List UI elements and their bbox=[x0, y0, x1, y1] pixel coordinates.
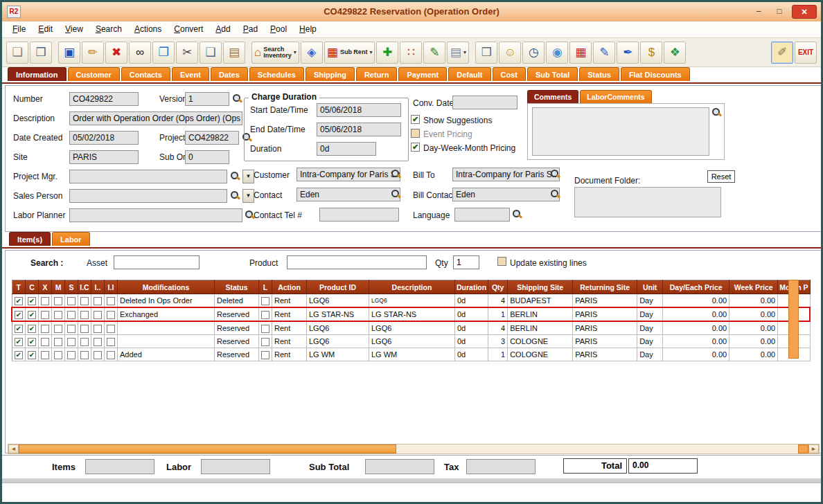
end-date-field[interactable]: 05/06/2018 bbox=[317, 123, 401, 136]
cell-cb7[interactable] bbox=[105, 307, 118, 321]
cell-cb6[interactable] bbox=[91, 294, 105, 308]
minimize-button[interactable]: – bbox=[749, 6, 768, 19]
unchecked-checkbox[interactable] bbox=[94, 297, 102, 305]
cell-cb5[interactable] bbox=[78, 307, 91, 321]
sales-person-search-icon[interactable] bbox=[230, 190, 240, 201]
table-row[interactable]: ✔✔ReservedRentLGQ6LGQ60d3COLOGNEPARISDay… bbox=[12, 335, 810, 348]
comments-search-icon[interactable] bbox=[711, 107, 722, 118]
save-button[interactable]: ▣ bbox=[58, 42, 80, 64]
checked-checkbox[interactable]: ✔ bbox=[15, 325, 23, 333]
customer-field[interactable]: Intra-Company for Paris Sh bbox=[297, 168, 400, 181]
table-row[interactable]: ✔✔ReservedRentLGQ6LGQ60d4BERLINPARISDay0… bbox=[12, 321, 810, 335]
cell-cb3[interactable] bbox=[52, 307, 65, 321]
sub-orders-field[interactable]: 0 bbox=[185, 150, 229, 164]
horizontal-scrollbar[interactable]: ◄ ► bbox=[8, 444, 820, 454]
project-mgr-search-icon[interactable] bbox=[230, 171, 240, 181]
unchecked-checkbox[interactable] bbox=[80, 325, 89, 333]
tab-customer[interactable]: Customer bbox=[68, 67, 120, 81]
tab-dates[interactable]: Dates bbox=[211, 67, 248, 81]
column-header-action[interactable]: Action bbox=[272, 280, 307, 294]
cell-cb7[interactable] bbox=[105, 294, 118, 308]
checked-checkbox[interactable]: ✔ bbox=[15, 338, 23, 346]
column-header-i[interactable]: I.. bbox=[91, 280, 105, 294]
language-field[interactable] bbox=[454, 208, 510, 222]
product-input[interactable] bbox=[287, 255, 427, 269]
cell-cb2[interactable] bbox=[39, 294, 52, 308]
contact-field[interactable]: Eden bbox=[297, 188, 400, 201]
cell-l[interactable] bbox=[259, 294, 272, 308]
cell-cb2[interactable] bbox=[39, 307, 52, 321]
customer-search-icon[interactable] bbox=[391, 169, 401, 179]
duration-field[interactable]: 0d bbox=[317, 142, 376, 156]
menu-convert[interactable]: Convert bbox=[168, 21, 209, 37]
unchecked-checkbox[interactable] bbox=[41, 311, 49, 319]
unchecked-checkbox[interactable] bbox=[94, 338, 102, 346]
project-mgr-dropdown-icon[interactable]: ▼ bbox=[242, 170, 254, 183]
kit-button[interactable]: ∷ bbox=[400, 42, 422, 64]
contact-tel-field[interactable] bbox=[319, 208, 399, 222]
cell-cb3[interactable] bbox=[52, 321, 65, 335]
description-field[interactable]: Order with Operation Order (Ops Order) (… bbox=[69, 111, 242, 125]
cell-cb1[interactable]: ✔ bbox=[26, 348, 39, 361]
project-field[interactable]: CO429822 bbox=[185, 131, 239, 145]
close-button[interactable]: ✕ bbox=[792, 5, 817, 19]
qty-input[interactable] bbox=[453, 255, 479, 269]
update-existing-lines-checkbox[interactable] bbox=[497, 257, 506, 266]
wand-button[interactable]: ✐ bbox=[771, 42, 793, 64]
tab-sub-total[interactable]: Sub Total bbox=[527, 67, 578, 81]
tab-cost[interactable]: Cost bbox=[493, 67, 526, 81]
smiley-button[interactable]: ☺ bbox=[499, 42, 521, 64]
unchecked-checkbox[interactable] bbox=[80, 351, 89, 359]
cards-button[interactable]: ▤▾ bbox=[447, 42, 469, 64]
column-header-i-c[interactable]: I.C bbox=[78, 280, 91, 294]
column-header-week-price[interactable]: Week Price bbox=[729, 280, 778, 294]
tab-labor-comments[interactable]: LaborComments bbox=[580, 90, 651, 103]
edit-button[interactable]: ✏ bbox=[82, 42, 104, 64]
checked-checkbox[interactable]: ✔ bbox=[15, 351, 23, 359]
sub-rent-button-dropdown-icon[interactable]: ▾ bbox=[369, 49, 372, 55]
unchecked-checkbox[interactable] bbox=[107, 297, 115, 305]
bill-contact-field[interactable]: Eden bbox=[452, 188, 560, 201]
number-field[interactable]: CO429822 bbox=[69, 92, 139, 106]
unchecked-checkbox[interactable] bbox=[67, 325, 76, 333]
unchecked-checkbox[interactable] bbox=[94, 325, 102, 333]
unchecked-checkbox[interactable] bbox=[80, 311, 89, 319]
cell-cb1[interactable]: ✔ bbox=[26, 307, 39, 321]
contact-search-icon[interactable] bbox=[391, 189, 401, 199]
version-search-icon[interactable] bbox=[232, 93, 242, 104]
cards-button-dropdown-icon[interactable]: ▾ bbox=[463, 49, 466, 55]
column-header-returning-site[interactable]: Returning Site bbox=[573, 280, 637, 294]
disc-button[interactable]: ◉ bbox=[546, 42, 568, 64]
cell-cb4[interactable] bbox=[65, 294, 78, 308]
unchecked-checkbox[interactable] bbox=[54, 338, 62, 346]
unchecked-checkbox[interactable] bbox=[67, 297, 76, 305]
cell-cb3[interactable] bbox=[52, 348, 65, 361]
document-folder-box[interactable] bbox=[574, 187, 721, 217]
table-row[interactable]: ✔✔AddedReservedRentLG WMLG WM0d1COLOGNEP… bbox=[12, 348, 810, 361]
cell-cb0[interactable]: ✔ bbox=[12, 335, 26, 348]
unchecked-checkbox[interactable] bbox=[107, 351, 115, 359]
tab-contacts[interactable]: Contacts bbox=[121, 67, 170, 81]
cell-cb4[interactable] bbox=[65, 335, 78, 348]
conv-date-field[interactable] bbox=[452, 96, 517, 109]
column-header-unit[interactable]: Unit bbox=[637, 280, 663, 294]
cell-cb5[interactable] bbox=[78, 335, 91, 348]
bill-to-field[interactable]: Intra-Company for Paris Sh bbox=[452, 168, 560, 181]
copy-button[interactable]: ❑ bbox=[200, 42, 222, 64]
cell-cb4[interactable] bbox=[65, 307, 78, 321]
checked-checkbox[interactable]: ✔ bbox=[15, 311, 23, 319]
column-header-day-each-price[interactable]: Day/Each Price bbox=[663, 280, 729, 294]
menu-edit[interactable]: Edit bbox=[32, 21, 59, 37]
menu-actions[interactable]: Actions bbox=[128, 21, 168, 37]
cell-cb6[interactable] bbox=[91, 307, 105, 321]
cell-cb6[interactable] bbox=[91, 335, 105, 348]
cell-cb2[interactable] bbox=[39, 335, 52, 348]
tab-flat-discounts[interactable]: Flat Discounts bbox=[621, 67, 690, 81]
bill-to-search-icon[interactable] bbox=[550, 169, 560, 179]
vertical-scrollbar[interactable] bbox=[788, 280, 799, 359]
find-button[interactable]: ∞ bbox=[129, 42, 151, 64]
cell-cb1[interactable]: ✔ bbox=[26, 294, 39, 308]
printer-button[interactable]: ❒ bbox=[475, 42, 497, 64]
sales-person-field[interactable] bbox=[69, 189, 227, 203]
column-header-m[interactable]: M bbox=[52, 280, 65, 294]
